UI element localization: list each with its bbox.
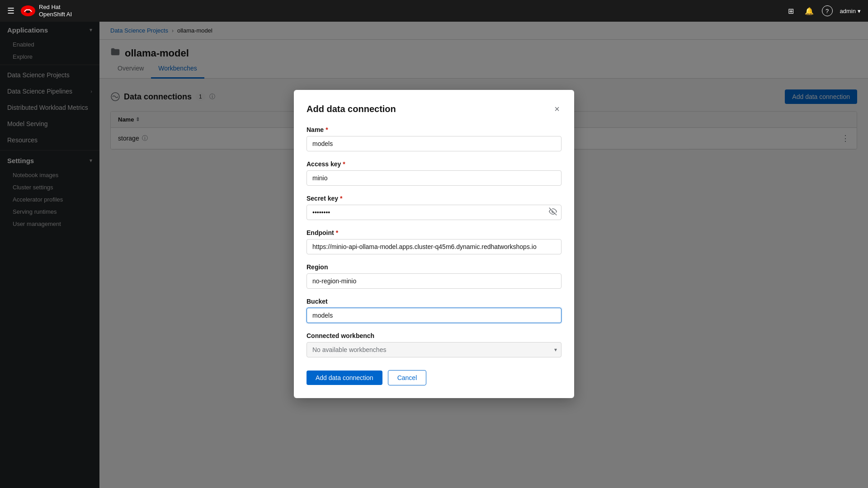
secret-key-input[interactable] (307, 205, 561, 220)
form-group-access-key: Access key * (307, 160, 561, 186)
access-key-input[interactable] (307, 170, 561, 186)
hamburger-icon[interactable]: ☰ (7, 6, 14, 16)
name-input[interactable] (307, 136, 561, 151)
admin-menu[interactable]: admin ▾ (840, 8, 861, 14)
secret-key-required-star: * (340, 195, 342, 202)
secret-key-input-wrapper (307, 205, 561, 220)
connected-workbench-label: Connected workbench (307, 332, 561, 339)
modal-title: Add data connection (307, 104, 396, 114)
name-required-star: * (326, 126, 328, 133)
access-key-required-star: * (343, 160, 345, 168)
admin-label: admin (840, 8, 856, 14)
modal-add-data-connection-button[interactable]: Add data connection (307, 371, 382, 385)
admin-chevron-icon: ▾ (858, 8, 861, 14)
form-group-secret-key: Secret key * (307, 195, 561, 220)
region-input[interactable] (307, 273, 561, 289)
form-group-region: Region (307, 263, 561, 289)
form-group-endpoint: Endpoint * (307, 229, 561, 254)
bucket-input[interactable] (307, 308, 561, 323)
connected-workbench-select-wrapper: No available workbenches ▾ (307, 342, 561, 357)
logo: Red Hat OpenShift AI (20, 4, 72, 18)
name-label: Name * (307, 126, 561, 133)
modal-footer: Add data connection Cancel (307, 370, 561, 385)
notification-bell-icon[interactable]: 🔔 (804, 5, 815, 16)
access-key-label: Access key * (307, 160, 561, 168)
endpoint-required-star: * (336, 229, 338, 236)
form-group-bucket: Bucket (307, 298, 561, 323)
redhat-logo-icon (20, 5, 36, 17)
help-icon[interactable]: ? (822, 5, 833, 16)
topnav-right: ⊞ 🔔 ? admin ▾ (786, 5, 861, 16)
connected-workbench-select[interactable]: No available workbenches (307, 342, 561, 357)
toggle-secret-visibility-icon[interactable] (549, 207, 557, 217)
endpoint-input[interactable] (307, 239, 561, 254)
bucket-label: Bucket (307, 298, 561, 305)
logo-text: Red Hat OpenShift AI (39, 4, 72, 18)
form-group-name: Name * (307, 126, 561, 151)
grid-icon[interactable]: ⊞ (786, 5, 797, 16)
modal-header: Add data connection × (307, 103, 561, 115)
modal-cancel-button[interactable]: Cancel (388, 370, 427, 385)
topnav: ☰ Red Hat OpenShift AI ⊞ 🔔 ? admin ▾ (0, 0, 868, 22)
topnav-left: ☰ Red Hat OpenShift AI (7, 4, 72, 18)
endpoint-label: Endpoint * (307, 229, 561, 236)
modal-close-button[interactable]: × (552, 103, 561, 115)
secret-key-label: Secret key * (307, 195, 561, 202)
modal-overlay[interactable]: Add data connection × Name * Access key … (0, 0, 868, 488)
add-data-connection-modal: Add data connection × Name * Access key … (294, 90, 574, 398)
svg-point-1 (26, 10, 30, 13)
form-group-connected-workbench: Connected workbench No available workben… (307, 332, 561, 357)
region-label: Region (307, 263, 561, 271)
